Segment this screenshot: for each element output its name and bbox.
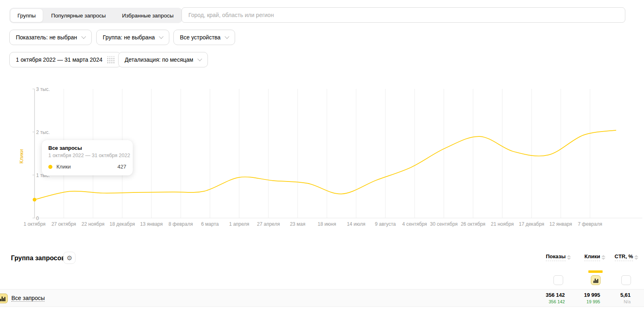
tooltip-metric-label: Клики xyxy=(56,164,71,170)
svg-text:4 сентября: 4 сентября xyxy=(402,221,427,227)
ctr-chart-checkbox[interactable] xyxy=(621,275,631,285)
sort-arrows-icon xyxy=(634,255,638,261)
metric-filter-dropdown[interactable]: Показатель: не выбран xyxy=(9,30,92,45)
svg-text:13 января: 13 января xyxy=(140,221,163,227)
detail-level-dropdown[interactable]: Детализация: по месяцам xyxy=(118,52,208,67)
impressions-total: 356 142 xyxy=(546,292,565,298)
svg-text:26 октября: 26 октября xyxy=(461,221,486,227)
svg-text:8 февраля: 8 февраля xyxy=(169,221,193,227)
row-group-link[interactable]: Все запросы xyxy=(11,295,45,302)
svg-text:3 тыс.: 3 тыс. xyxy=(36,86,50,92)
ctr-total: 5,61 xyxy=(620,292,631,298)
svg-text:23 мая: 23 мая xyxy=(290,221,305,227)
svg-text:21 ноября: 21 ноября xyxy=(491,221,514,227)
chart-tooltip: Все запросы 1 октября 2022 — 31 октября … xyxy=(42,140,133,175)
view-tabs: Группы Популярные запросы Избранные запр… xyxy=(9,8,182,23)
svg-text:18 июня: 18 июня xyxy=(318,221,336,227)
svg-text:27 октября: 27 октября xyxy=(52,221,76,227)
svg-text:22 ноября: 22 ноября xyxy=(82,221,104,227)
row-bar-chart-icon[interactable] xyxy=(0,294,8,303)
devices-filter-dropdown[interactable]: Все устройства xyxy=(173,30,235,45)
clicks-value-cell: 19 995 19 995 xyxy=(584,292,600,304)
svg-text:18 декабря: 18 декабря xyxy=(110,221,135,227)
svg-text:30 сентября: 30 сентября xyxy=(430,221,458,227)
svg-text:1 апреля: 1 апреля xyxy=(229,221,249,227)
svg-text:2 тыс.: 2 тыс. xyxy=(36,130,50,135)
chevron-down-icon xyxy=(197,56,202,61)
sort-arrows-icon xyxy=(567,255,571,261)
series-dot-icon xyxy=(48,165,52,169)
svg-text:Клики: Клики xyxy=(18,149,24,163)
bar-chart-icon xyxy=(593,278,599,283)
clicks-total: 19 995 xyxy=(584,292,600,298)
tab-favorite-queries[interactable]: Избранные запросы xyxy=(114,8,182,23)
column-header-impressions[interactable]: Показы xyxy=(546,253,571,261)
ctr-filtered: N/a xyxy=(620,299,631,304)
column-label: Клики xyxy=(584,253,600,261)
svg-text:17 декабря: 17 декабря xyxy=(519,221,544,227)
impressions-filtered: 356 142 xyxy=(546,299,565,304)
table-settings-button[interactable]: ⚙ xyxy=(63,252,76,264)
region-search-input[interactable] xyxy=(182,7,625,23)
tooltip-title: Все запросы xyxy=(48,145,126,151)
metric-filter-label: Показатель: не выбран xyxy=(16,34,77,41)
svg-text:14 июля: 14 июля xyxy=(347,221,365,227)
impressions-value-cell: 356 142 356 142 xyxy=(546,292,565,304)
tab-popular-queries[interactable]: Популярные запросы xyxy=(43,8,114,23)
column-header-clicks[interactable]: Клики xyxy=(584,253,605,261)
clicks-chart-checkbox[interactable] xyxy=(591,275,601,285)
group-filter-label: Группа: не выбрана xyxy=(103,34,155,41)
tooltip-period: 1 октября 2022 — 31 октября 2022 xyxy=(48,153,126,158)
tab-groups[interactable]: Группы xyxy=(10,9,43,22)
table-title: Группа запросов xyxy=(11,255,65,262)
svg-text:9 августа: 9 августа xyxy=(375,221,396,227)
sort-arrows-icon xyxy=(601,255,605,261)
column-label: Показы xyxy=(546,253,566,261)
detail-level-label: Детализация: по месяцам xyxy=(125,56,193,63)
chevron-down-icon xyxy=(159,34,164,39)
svg-text:1 октября: 1 октября xyxy=(24,221,45,227)
group-filter-dropdown[interactable]: Группа: не выбрана xyxy=(96,30,169,45)
svg-text:0: 0 xyxy=(36,216,39,221)
clicks-filtered: 19 995 xyxy=(584,299,600,304)
svg-text:6 марта: 6 марта xyxy=(201,221,219,227)
impressions-chart-checkbox[interactable] xyxy=(553,275,563,285)
date-range-button[interactable]: 1 октября 2022 — 31 марта 2024 xyxy=(9,52,121,67)
selected-metric-indicator xyxy=(588,270,603,273)
svg-text:27 апреля: 27 апреля xyxy=(257,221,280,227)
gear-icon: ⚙ xyxy=(67,254,72,262)
date-range-label: 1 октября 2022 — 31 марта 2024 xyxy=(16,56,102,63)
chevron-down-icon xyxy=(81,34,86,39)
column-header-ctr[interactable]: CTR, % xyxy=(615,253,639,261)
calendar-icon xyxy=(107,56,115,63)
tooltip-metric-value: 427 xyxy=(117,164,126,170)
devices-filter-label: Все устройства xyxy=(180,34,220,41)
queries-stats-page: Группы Популярные запросы Избранные запр… xyxy=(0,0,644,311)
chevron-down-icon xyxy=(225,34,229,39)
svg-text:7 февраля: 7 февраля xyxy=(578,221,602,227)
ctr-value-cell: 5,61 N/a xyxy=(620,292,631,304)
svg-text:12 января: 12 января xyxy=(549,221,572,227)
column-label: CTR, % xyxy=(615,253,633,261)
